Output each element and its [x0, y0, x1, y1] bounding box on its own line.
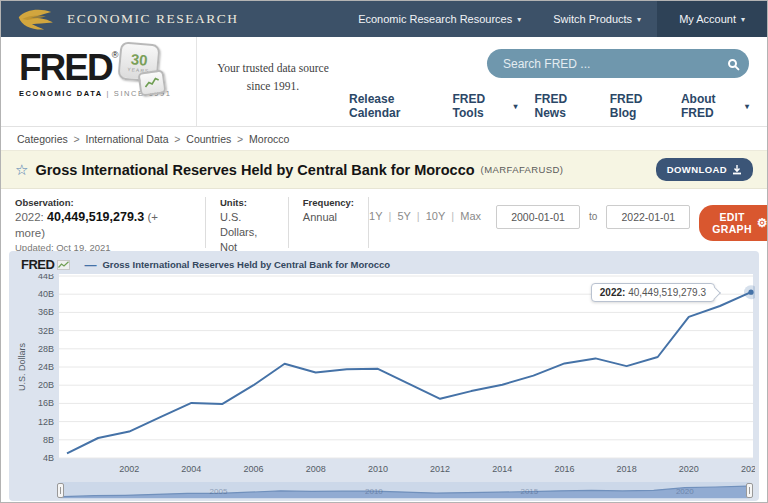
range-max[interactable]: Max: [460, 210, 481, 222]
legend-line-swatch: —: [84, 259, 96, 271]
legend-label: Gross International Reserves Held by Cen…: [102, 259, 390, 270]
caret-down-icon: ▾: [637, 15, 641, 24]
breadcrumb-international-data[interactable]: International Data: [86, 133, 187, 145]
svg-text:U.S. Dollars: U.S. Dollars: [17, 342, 27, 391]
breadcrumb: CategoriesInternational DataCountriesMor…: [1, 127, 767, 150]
masthead-right: Release Calendar FRED Tools▾ FRED News F…: [349, 37, 767, 126]
svg-text:20B: 20B: [38, 380, 54, 390]
slider-handle-right[interactable]: [746, 483, 753, 498]
svg-text:16B: 16B: [38, 398, 54, 408]
units-label: Units:: [220, 197, 274, 208]
favorite-star-icon[interactable]: ☆: [15, 161, 28, 179]
range-10y[interactable]: 10Y: [426, 210, 460, 222]
caret-down-icon: ▾: [517, 15, 521, 24]
series-meta-row: Observation: 2022: 40,449,519,279.3 (+ m…: [1, 189, 767, 248]
gear-icon: ⚙: [757, 216, 768, 230]
svg-text:2022: 2022: [741, 464, 755, 474]
breadcrumb-categories[interactable]: Categories: [17, 133, 86, 145]
svg-text:4B: 4B: [43, 453, 54, 463]
line-chart[interactable]: 4B8B12B16B20B24B28B32B36B40B44B200220042…: [15, 274, 755, 476]
search-bar: [487, 49, 749, 78]
svg-text:2018: 2018: [617, 464, 637, 474]
date-range-to-label: to: [589, 211, 597, 222]
chart-plot-area: 4B8B12B16B20B24B28B32B36B40B44B200220042…: [15, 274, 753, 480]
observation-block: Observation: 2022: 40,449,519,279.3 (+ m…: [15, 197, 206, 248]
svg-text:2020: 2020: [679, 464, 699, 474]
breadcrumb-morocco[interactable]: Morocco: [249, 133, 289, 145]
caret-down-icon: ▾: [741, 15, 745, 24]
slider-handle-left[interactable]: [57, 483, 64, 498]
download-button[interactable]: DOWNLOAD: [656, 158, 753, 181]
nav-fred-tools[interactable]: FRED Tools▾: [453, 92, 518, 120]
edit-graph-button[interactable]: EDIT GRAPH ⚙: [699, 205, 768, 241]
svg-text:40B: 40B: [38, 289, 54, 299]
menu-economic-research-resources[interactable]: Economic Research Resources ▾: [342, 1, 537, 37]
search-icon[interactable]: [728, 59, 737, 68]
units-block: Units: U.S. Dollars, Not Seasonally Adju…: [206, 197, 289, 248]
svg-text:2010: 2010: [365, 487, 383, 496]
svg-text:2005: 2005: [210, 487, 228, 496]
range-slider-area: 2005201020152020: [15, 480, 753, 499]
topbar-menu: Economic Research Resources ▾ Switch Pro…: [342, 1, 767, 37]
series-ticker: (MARFAFARUSD): [481, 164, 564, 175]
frequency-block: Frequency: Annual: [289, 197, 369, 248]
brand-title: ECONOMIC RESEARCH: [67, 11, 238, 27]
nav-fred-news[interactable]: FRED News: [535, 92, 593, 120]
caret-down-icon: ▾: [513, 102, 517, 111]
top-navigation-bar: ECONOMIC RESEARCH Economic Research Reso…: [1, 1, 767, 37]
svg-text:2020: 2020: [676, 487, 694, 496]
svg-text:12B: 12B: [38, 417, 54, 427]
chart-legend: — Gross International Reserves Held by C…: [84, 259, 390, 271]
menu-switch-products[interactable]: Switch Products ▾: [537, 1, 657, 37]
svg-text:8B: 8B: [43, 435, 54, 445]
observation-value: 2022: 40,449,519,279.3 (+ more): [15, 210, 191, 240]
caret-down-icon: ▾: [745, 102, 749, 111]
svg-text:2006: 2006: [244, 464, 264, 474]
frequency-value: Annual: [303, 210, 354, 225]
observation-label: Observation:: [15, 197, 191, 208]
fed-eagle-icon: [17, 7, 59, 31]
frequency-label: Frequency:: [303, 197, 354, 208]
chart-header: FRED — Gross International Reserves Held…: [15, 255, 753, 274]
sparkline-badge: [137, 69, 166, 96]
chart-card: FRED — Gross International Reserves Held…: [9, 251, 759, 501]
economic-research-brand[interactable]: ECONOMIC RESEARCH: [17, 7, 238, 31]
svg-text:2015: 2015: [520, 487, 538, 496]
sparkline-icon: [143, 76, 161, 90]
svg-text:2010: 2010: [368, 464, 388, 474]
fred-logo[interactable]: FRED® ECONOMIC DATA | SINCE 1991 30 YEAR…: [1, 37, 197, 126]
download-icon: [732, 165, 742, 175]
series-title-banner: ☆ Gross International Reserves Held by C…: [1, 150, 767, 189]
range-1y[interactable]: 1Y: [369, 210, 397, 222]
fred-watermark: FRED: [21, 257, 70, 272]
svg-text:24B: 24B: [38, 362, 54, 372]
search-input[interactable]: [503, 57, 728, 71]
page-title: Gross International Reserves Held by Cen…: [35, 162, 474, 178]
svg-text:2008: 2008: [306, 464, 326, 474]
breadcrumb-countries[interactable]: Countries: [186, 133, 249, 145]
svg-text:2012: 2012: [430, 464, 450, 474]
site-nav: Release Calendar FRED Tools▾ FRED News F…: [349, 92, 749, 120]
fred-series-page: ECONOMIC RESEARCH Economic Research Reso…: [0, 0, 768, 503]
nav-release-calendar[interactable]: Release Calendar: [349, 92, 436, 120]
range-controls: 1Y5Y10YMax to EDIT GRAPH ⚙: [369, 197, 768, 248]
svg-text:2002: 2002: [119, 464, 139, 474]
svg-text:2014: 2014: [492, 464, 512, 474]
svg-text:2016: 2016: [554, 464, 574, 474]
svg-text:36B: 36B: [38, 307, 54, 317]
date-to-input[interactable]: [606, 205, 690, 229]
svg-text:28B: 28B: [38, 344, 54, 354]
svg-text:2004: 2004: [181, 464, 201, 474]
svg-text:32B: 32B: [38, 326, 54, 336]
nav-about-fred[interactable]: About FRED▾: [681, 92, 749, 120]
data-tooltip: 2022: 40,449,519,279.3: [591, 283, 715, 302]
menu-my-account[interactable]: My Account ▾: [657, 1, 767, 37]
slider-mini-chart: 2005201020152020: [59, 482, 751, 499]
date-from-input[interactable]: [496, 205, 580, 229]
nav-fred-blog[interactable]: FRED Blog: [610, 92, 664, 120]
range-slider[interactable]: 2005201020152020: [59, 482, 751, 499]
svg-text:44B: 44B: [38, 274, 54, 281]
range-5y[interactable]: 5Y: [397, 210, 425, 222]
tagline: Your trusted data source since 1991.: [197, 37, 349, 126]
masthead: FRED® ECONOMIC DATA | SINCE 1991 30 YEAR…: [1, 37, 767, 127]
